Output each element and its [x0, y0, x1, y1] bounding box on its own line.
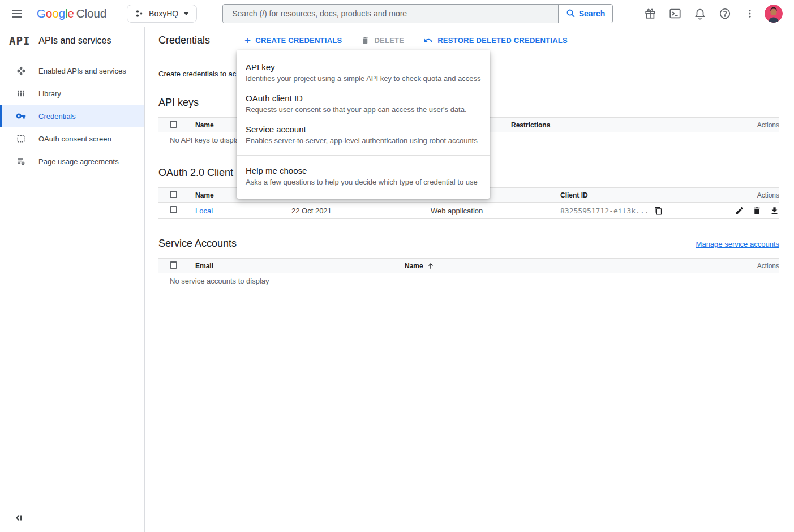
search-button[interactable]: Search: [558, 5, 612, 23]
search-button-label: Search: [579, 9, 606, 18]
creation-date-value: 22 Oct 2021: [291, 207, 431, 215]
client-name-link[interactable]: Local: [195, 207, 213, 215]
column-header-actions: Actions: [740, 121, 779, 129]
library-icon: [16, 88, 26, 98]
trash-icon: [361, 36, 370, 45]
sidebar-title: APIs and services: [38, 36, 111, 46]
sidebar-item-oauth-consent[interactable]: OAuth consent screen: [0, 127, 144, 150]
dashed-square-icon: [16, 134, 26, 144]
edit-pencil-icon[interactable]: [734, 205, 744, 216]
menu-item-api-key[interactable]: API key Identifies your project using a …: [237, 57, 490, 88]
cloud-shell-icon[interactable]: [668, 7, 682, 20]
menu-item-title: API key: [246, 62, 481, 72]
select-all-checkbox[interactable]: [170, 121, 177, 128]
google-cloud-logo[interactable]: GoogleCloud: [37, 7, 106, 20]
list-gear-icon: [16, 156, 26, 166]
project-name: BoxyHQ: [149, 9, 178, 18]
sidebar-item-label: Library: [38, 89, 61, 98]
logo-cloud-text: Cloud: [76, 7, 106, 20]
topbar-icons: [643, 7, 757, 20]
gift-icon[interactable]: [643, 7, 657, 20]
logo-letter: g: [59, 7, 65, 20]
project-selector[interactable]: BoxyHQ: [127, 5, 197, 23]
avatar[interactable]: [765, 5, 783, 23]
manage-service-accounts-link[interactable]: Manage service accounts: [696, 240, 779, 248]
menu-item-description: Enables server-to-server, app-level auth…: [246, 136, 481, 145]
table-row: Local 22 Oct 2021 Web application 832559…: [158, 203, 779, 219]
create-credentials-menu: API key Identifies your project using a …: [237, 50, 490, 199]
more-options-icon[interactable]: [743, 7, 757, 20]
menu-item-description: Asks a few questions to help you decide …: [246, 178, 481, 186]
restore-deleted-credentials-button[interactable]: RESTORE DELETED CREDENTIALS: [423, 36, 568, 45]
service-accounts-table: Email Name Actions No service accounts t…: [158, 258, 779, 289]
hamburger-menu-icon[interactable]: [12, 7, 25, 20]
delete-label: DELETE: [374, 36, 404, 45]
menu-item-title: Service account: [246, 125, 481, 134]
logo-letter: o: [46, 7, 52, 20]
page-title: Credentials: [158, 35, 244, 46]
copy-icon[interactable]: [654, 206, 663, 215]
sidebar-nav: Enabled APIs and services Library Creden…: [0, 54, 144, 173]
collapse-sidebar-icon[interactable]: [14, 513, 24, 523]
column-header-actions: Actions: [728, 262, 779, 270]
column-header-email[interactable]: Email: [195, 262, 405, 270]
menu-item-oauth-client-id[interactable]: OAuth client ID Requests user consent so…: [237, 88, 490, 119]
logo-letter: e: [67, 7, 74, 20]
sidebar-item-label: OAuth consent screen: [38, 135, 111, 143]
sidebar-item-page-usage[interactable]: Page usage agreements: [0, 150, 144, 173]
column-header-actions: Actions: [728, 191, 779, 199]
column-header-restrictions[interactable]: Restrictions: [511, 121, 740, 129]
sidebar-item-label: Page usage agreements: [38, 157, 119, 166]
service-accounts-empty-text: No service accounts to display: [158, 273, 779, 289]
logo-letter: G: [37, 7, 46, 20]
api-product-icon: API: [9, 35, 30, 47]
sidebar: API APIs and services Enabled APIs and s…: [0, 27, 145, 532]
menu-item-title: Help me choose: [246, 166, 481, 175]
name-label: Name: [405, 262, 423, 270]
create-credentials-label: CREATE CREDENTIALS: [255, 36, 342, 45]
search-input[interactable]: [223, 5, 558, 23]
service-accounts-heading: Service Accounts: [158, 238, 237, 250]
search-icon: [566, 8, 576, 18]
row-checkbox[interactable]: [170, 206, 177, 213]
sidebar-item-label: Enabled APIs and services: [38, 67, 126, 75]
logo-letter: o: [52, 7, 58, 20]
chevron-down-icon: [183, 12, 189, 15]
sort-asc-arrow-icon: [427, 262, 435, 270]
select-all-checkbox[interactable]: [170, 261, 177, 269]
notifications-bell-icon[interactable]: [693, 7, 707, 20]
delete-button[interactable]: DELETE: [361, 36, 404, 45]
column-header-client-id[interactable]: Client ID: [560, 191, 728, 199]
menu-item-service-account[interactable]: Service account Enables server-to-server…: [237, 119, 490, 151]
select-all-checkbox[interactable]: [170, 191, 177, 198]
menu-item-description: Identifies your project using a simple A…: [246, 74, 481, 83]
menu-item-help-me-choose[interactable]: Help me choose Asks a few questions to h…: [237, 161, 490, 192]
download-icon[interactable]: [769, 205, 779, 216]
search-bar: Search: [222, 4, 613, 23]
menu-item-description: Requests user consent so that your app c…: [246, 105, 481, 114]
column-header-name[interactable]: Name: [405, 262, 728, 270]
client-id-value: 83255951712-eil3k...: [560, 207, 649, 215]
menu-divider: [237, 155, 490, 156]
topbar: GoogleCloud BoxyHQ Search: [0, 0, 794, 27]
help-icon[interactable]: [718, 7, 732, 20]
create-credentials-button[interactable]: + CREATE CREDENTIALS: [244, 36, 342, 45]
sidebar-item-library[interactable]: Library: [0, 82, 144, 105]
sidebar-header: API APIs and services: [0, 27, 144, 54]
delete-trash-icon[interactable]: [752, 205, 762, 216]
sidebar-item-credentials[interactable]: Credentials: [0, 105, 144, 127]
restore-undo-icon: [423, 36, 433, 45]
move-arrows-icon: [16, 66, 26, 76]
menu-item-title: OAuth client ID: [246, 93, 481, 103]
type-value: Web application: [431, 207, 560, 215]
plus-icon: +: [244, 37, 251, 45]
project-icon: [135, 9, 144, 18]
key-icon: [16, 111, 26, 121]
google-cloud-console: GoogleCloud BoxyHQ Search: [0, 0, 794, 532]
restore-label: RESTORE DELETED CREDENTIALS: [437, 36, 568, 45]
sidebar-item-enabled-apis[interactable]: Enabled APIs and services: [0, 59, 144, 82]
sidebar-item-label: Credentials: [38, 112, 76, 121]
